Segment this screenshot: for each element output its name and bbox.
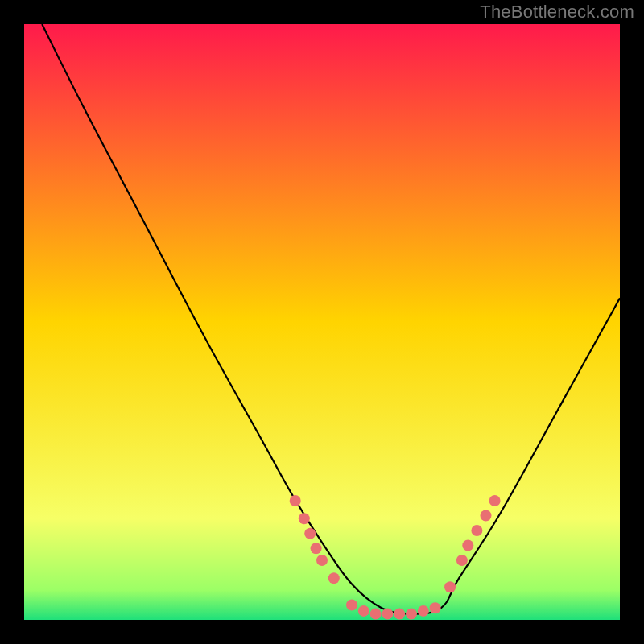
watermark-text: TheBottleneck.com bbox=[480, 2, 634, 23]
bottleneck-chart bbox=[0, 0, 644, 644]
curve-marker bbox=[481, 510, 492, 522]
curve-marker bbox=[304, 528, 316, 539]
curve-marker bbox=[382, 609, 393, 620]
curve-marker bbox=[406, 609, 417, 620]
curve-marker bbox=[328, 572, 340, 584]
chart-frame: { "watermark": "TheBottleneck.com", "cha… bbox=[0, 0, 644, 644]
curve-marker bbox=[456, 555, 468, 566]
curve-marker bbox=[489, 495, 501, 506]
gradient-background bbox=[24, 24, 620, 620]
curve-marker bbox=[358, 605, 369, 617]
curve-marker bbox=[311, 543, 322, 554]
curve-marker bbox=[462, 540, 473, 551]
curve-marker bbox=[316, 555, 328, 566]
curve-marker bbox=[299, 513, 310, 524]
curve-marker bbox=[418, 605, 429, 617]
curve-marker bbox=[346, 600, 357, 611]
curve-marker bbox=[394, 609, 405, 620]
curve-marker bbox=[370, 609, 382, 620]
curve-marker bbox=[444, 581, 456, 592]
curve-marker bbox=[430, 602, 441, 613]
curve-marker bbox=[471, 525, 482, 536]
curve-marker bbox=[290, 495, 301, 506]
